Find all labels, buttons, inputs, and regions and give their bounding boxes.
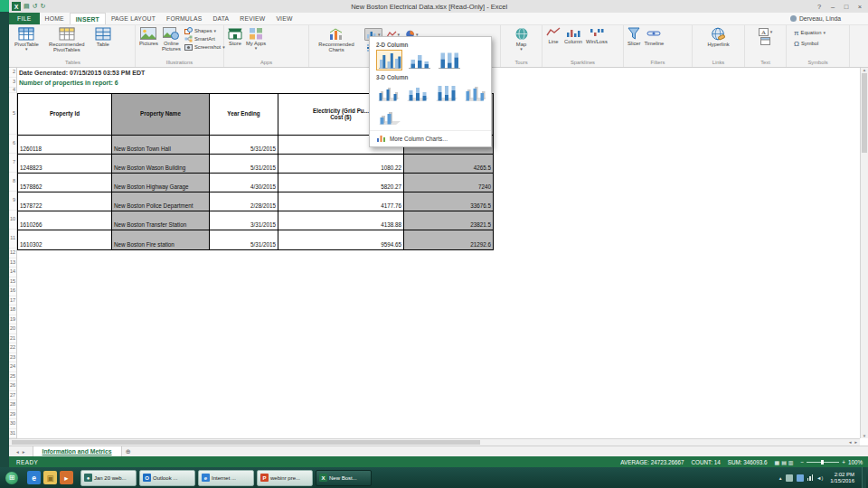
cell-year-ending[interactable]: 5/31/2015: [210, 230, 278, 249]
cell-property-name[interactable]: New Boston Police Department: [112, 192, 210, 211]
my-apps-button[interactable]: My Apps▾: [244, 26, 268, 52]
zoom-slider-knob[interactable]: [821, 460, 824, 465]
cell-property-id[interactable]: 1248823: [18, 155, 112, 174]
taskbar-button-outlook[interactable]: OOutlook ...: [139, 470, 195, 486]
table-button[interactable]: Table: [93, 26, 113, 48]
row-header-29[interactable]: 29: [9, 410, 16, 420]
pivottable-button[interactable]: PivotTable▾: [13, 26, 41, 52]
pictures-button[interactable]: Pictures: [137, 26, 160, 47]
header-year-ending[interactable]: Year Ending: [210, 94, 278, 136]
cell-property-name[interactable]: New Boston Wason Building: [112, 155, 210, 174]
header-footer-button[interactable]: [759, 37, 772, 45]
header-property-id[interactable]: Property Id: [18, 94, 112, 136]
cell-col5[interactable]: 21292.6: [404, 230, 493, 249]
volume-icon[interactable]: ◄): [816, 475, 823, 481]
row-header-11[interactable]: 11: [9, 230, 16, 249]
equation-button[interactable]: π Equation▾: [792, 29, 827, 38]
recommended-pivottables-button[interactable]: Recommended PivotTables: [41, 26, 93, 54]
sparkline-column-button[interactable]: Column: [562, 26, 584, 45]
cell-electricity-cost[interactable]: 4138.88: [278, 211, 404, 230]
scroll-up-icon[interactable]: ▲: [863, 68, 866, 72]
row-header-26[interactable]: 26: [9, 381, 16, 391]
row-header-19[interactable]: 19: [9, 315, 16, 325]
3d-column-option[interactable]: [463, 82, 488, 103]
account-area[interactable]: Derveau, Linda: [790, 13, 868, 24]
cell-property-name[interactable]: New Boston Highway Garage: [112, 174, 210, 192]
cell-electricity-cost[interactable]: 5820.27: [278, 174, 404, 192]
new-sheet-button[interactable]: ⊕: [122, 446, 135, 456]
slicer-button[interactable]: Slicer: [626, 26, 643, 47]
cell-col5[interactable]: 4265.5: [404, 155, 493, 174]
row-header-13[interactable]: 13: [9, 258, 16, 268]
vertical-scrollbar[interactable]: ▲ ▼: [860, 68, 868, 438]
show-desktop-button[interactable]: [862, 467, 866, 488]
file-explorer-icon[interactable]: ▣: [43, 471, 57, 484]
more-column-charts-item[interactable]: More Column Charts…: [370, 130, 491, 145]
3d-column-alt-option[interactable]: [376, 106, 402, 127]
taskbar-button-new-boston-excel[interactable]: XNew Bost...: [316, 470, 372, 486]
cell-year-ending[interactable]: 4/30/2015: [210, 174, 278, 192]
tab-insert[interactable]: INSERT: [70, 13, 106, 24]
cell-electricity-cost[interactable]: 9594.65: [278, 230, 404, 249]
sheet-nav-right-icon[interactable]: ▸: [23, 449, 25, 455]
taskbar-button-internet[interactable]: eInternet ...: [198, 470, 254, 486]
cell-electricity-cost[interactable]: 4177.76: [278, 192, 404, 211]
cell-year-ending[interactable]: 5/31/2015: [210, 155, 278, 174]
shapes-button[interactable]: Shapes▾: [183, 27, 227, 34]
row-header-5[interactable]: 5: [9, 93, 16, 135]
row-header-27[interactable]: 27: [9, 391, 16, 401]
scroll-left-icon[interactable]: ◄: [848, 440, 852, 445]
screenshot-button[interactable]: Screenshot▾: [183, 43, 227, 51]
start-button[interactable]: ⊞: [0, 467, 24, 488]
row-header-7[interactable]: 7: [9, 154, 16, 173]
row-header-6[interactable]: 6: [9, 135, 16, 154]
minimize-button[interactable]: –: [826, 1, 839, 12]
page-break-view-icon[interactable]: ▥: [788, 459, 794, 465]
tab-home[interactable]: HOME: [40, 13, 70, 24]
text-box-button[interactable]: A▾: [757, 28, 775, 36]
row-header-31[interactable]: 31: [9, 429, 16, 439]
cell-col5[interactable]: 23821.5: [404, 211, 493, 230]
row-header-24[interactable]: 24: [9, 362, 16, 372]
tab-formulas[interactable]: FORMULAS: [161, 13, 207, 24]
scroll-right-icon[interactable]: ►: [854, 440, 858, 445]
cell-property-id[interactable]: 1578862: [18, 174, 112, 192]
media-player-icon[interactable]: ▸: [60, 471, 73, 484]
sheet-tab-information-and-metrics[interactable]: Information and Metrics: [33, 446, 122, 456]
sheet-meta-line1[interactable]: Date Generated: 07/15/2015 03:53 PM EDT: [19, 70, 145, 76]
tray-app-icon[interactable]: [786, 474, 793, 482]
cell-year-ending[interactable]: 3/31/2015: [210, 211, 278, 230]
cell-property-name[interactable]: New Boston Fire station: [112, 230, 210, 249]
cell-year-ending[interactable]: 5/31/2015: [210, 136, 278, 155]
close-button[interactable]: ×: [854, 1, 866, 12]
cell-property-id[interactable]: 1610266: [18, 211, 112, 230]
page-layout-view-icon[interactable]: ▤: [781, 459, 787, 465]
stacked-column-option[interactable]: [406, 50, 432, 70]
3d-clustered-column-option[interactable]: [376, 82, 401, 103]
horizontal-scroll-thumb[interactable]: [12, 440, 480, 445]
map-button[interactable]: Map▾: [513, 26, 531, 52]
row-header-28[interactable]: 28: [9, 400, 16, 410]
horizontal-scrollbar[interactable]: ◄►: [9, 438, 860, 446]
sheet-nav-left-icon[interactable]: ◂: [16, 449, 19, 455]
row-header-16[interactable]: 16: [9, 286, 16, 296]
row-header-12[interactable]: 12: [9, 249, 16, 258]
clustered-column-option[interactable]: [376, 50, 402, 70]
tab-page-layout[interactable]: PAGE LAYOUT: [106, 13, 161, 24]
row-header-8[interactable]: 8: [9, 173, 16, 192]
row-header-20[interactable]: 20: [9, 324, 16, 334]
row-header-9[interactable]: 9: [9, 192, 16, 211]
maximize-button[interactable]: □: [840, 1, 853, 12]
row-header-23[interactable]: 23: [9, 353, 16, 363]
smartart-button[interactable]: SmartArt: [183, 35, 227, 42]
sparkline-line-button[interactable]: Line: [544, 26, 562, 45]
hyperlink-button[interactable]: Hyperlink: [705, 26, 731, 48]
zoom-out-icon[interactable]: −: [801, 459, 805, 465]
network-icon[interactable]: [807, 474, 814, 481]
symbol-button[interactable]: Ω Symbol: [792, 40, 820, 49]
cell-electricity-cost[interactable]: 1080.22: [278, 155, 404, 174]
3d-100-stacked-column-option[interactable]: [434, 82, 459, 103]
cell-col5[interactable]: 7240: [404, 174, 493, 192]
cell-property-id[interactable]: 1578722: [18, 192, 112, 211]
recommended-charts-button[interactable]: Recommended Charts: [311, 26, 362, 54]
